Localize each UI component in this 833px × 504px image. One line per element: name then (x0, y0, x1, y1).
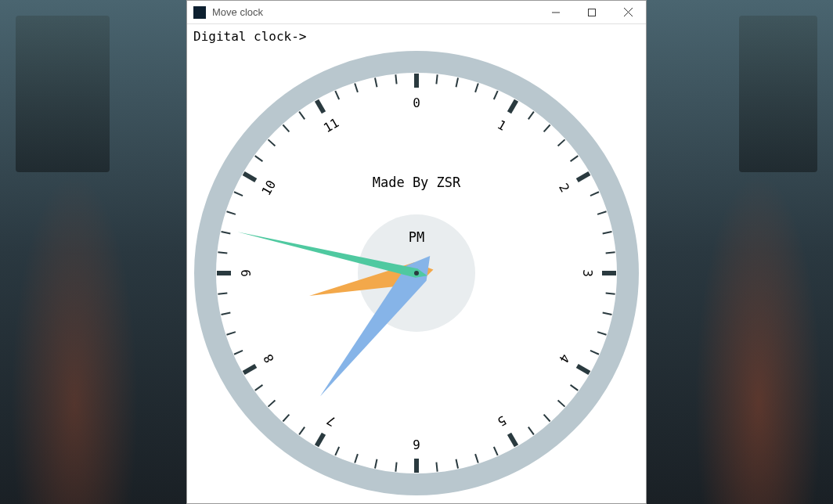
minor-tick (558, 401, 565, 407)
minor-tick (375, 459, 377, 469)
minor-tick (606, 293, 615, 293)
minor-tick (456, 459, 458, 469)
minor-tick (590, 351, 599, 355)
minimize-button[interactable] (538, 1, 574, 23)
hour-number: 1 (495, 117, 509, 134)
minor-tick (268, 401, 275, 407)
minor-tick (375, 78, 377, 88)
minor-tick (234, 351, 243, 355)
hour-number: 7 (324, 412, 338, 429)
minor-tick (234, 192, 243, 196)
minor-tick (590, 192, 599, 196)
minor-tick (335, 91, 339, 99)
hour-number: 2 (556, 181, 572, 195)
minor-tick (494, 447, 498, 455)
wallpaper-right (647, 0, 833, 504)
minor-tick (355, 83, 358, 92)
minor-tick (436, 74, 437, 84)
wallpaper-left (0, 0, 186, 504)
minor-tick (436, 463, 437, 472)
hour-number: 0 (413, 95, 420, 110)
minor-tick (335, 447, 339, 455)
minor-tick (395, 463, 396, 472)
major-tick (510, 434, 517, 446)
minor-tick (494, 91, 498, 99)
minor-tick (283, 124, 289, 131)
client-area: Digital clock-> 01234567891011 Made By Z… (187, 24, 646, 503)
maximize-button[interactable] (574, 1, 610, 23)
minor-tick (218, 252, 227, 253)
major-tick (243, 174, 256, 181)
minor-tick (475, 83, 478, 92)
hour-number: 9 (239, 269, 254, 277)
minor-tick (226, 332, 235, 335)
window-title: Move clock (212, 6, 538, 18)
minor-tick (218, 293, 227, 293)
major-tick (510, 100, 517, 113)
minor-tick (299, 112, 305, 120)
minor-tick (395, 74, 396, 84)
maximize-icon (588, 9, 596, 16)
close-icon (624, 8, 633, 16)
minor-tick (255, 385, 263, 391)
hour-number: 4 (556, 351, 572, 365)
titlebar[interactable]: Move clock (187, 1, 646, 24)
minor-tick (571, 156, 579, 161)
hour-number: 11 (321, 115, 341, 135)
minor-tick (222, 232, 231, 233)
minor-tick (222, 313, 231, 315)
minor-tick (255, 156, 263, 161)
hour-number: 6 (413, 437, 420, 452)
major-tick (577, 174, 590, 181)
minor-tick (603, 313, 612, 315)
minor-tick (226, 211, 235, 214)
major-tick (577, 366, 590, 373)
minor-tick (355, 454, 358, 463)
hour-number: 3 (580, 269, 595, 277)
major-tick (243, 366, 256, 373)
hour-number: 8 (261, 351, 277, 365)
minor-tick (558, 139, 565, 146)
minor-tick (571, 385, 579, 391)
minor-tick (299, 427, 305, 435)
credit-text: Made By ZSR (373, 175, 461, 190)
svg-rect-1 (589, 9, 596, 16)
major-tick (317, 100, 324, 113)
close-button[interactable] (610, 1, 646, 23)
window-controls (538, 1, 646, 23)
hour-number: 10 (258, 178, 279, 198)
minor-tick (544, 124, 550, 131)
minor-tick (544, 415, 550, 422)
minor-tick (603, 232, 612, 233)
analog-clock: 01234567891011 Made By ZSR PM (189, 38, 644, 503)
minor-tick (597, 332, 606, 335)
app-icon (193, 6, 206, 19)
minor-tick (606, 252, 615, 253)
minor-tick (456, 78, 458, 88)
hour-number: 5 (495, 412, 509, 429)
minor-tick (475, 454, 478, 463)
clock-center-dot (414, 271, 419, 275)
app-window: Move clock Digital clock-> 0123456789101… (186, 0, 647, 504)
ampm-text: PM (409, 229, 424, 245)
minor-tick (528, 427, 534, 435)
minor-tick (283, 415, 289, 422)
major-tick (317, 434, 324, 446)
minimize-icon (552, 9, 560, 16)
minor-tick (528, 112, 534, 120)
minor-tick (597, 211, 606, 214)
minor-tick (268, 139, 275, 146)
